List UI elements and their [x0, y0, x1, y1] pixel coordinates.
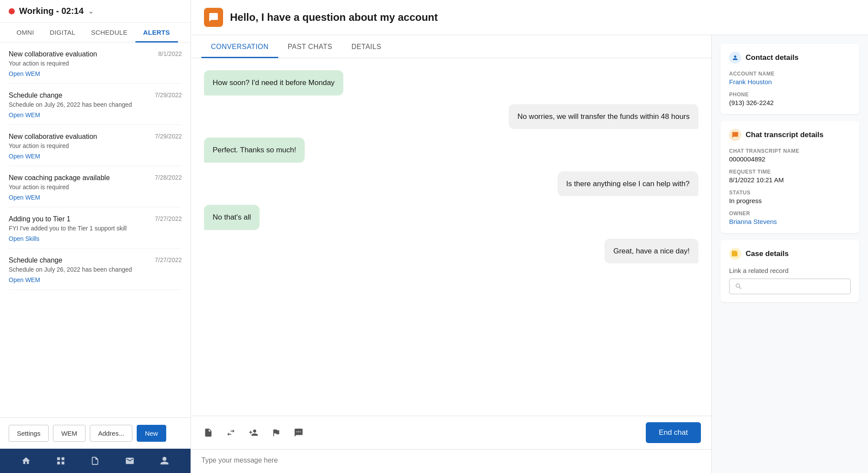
tab-alerts[interactable]: ALERTS: [135, 23, 178, 43]
search-icon: [735, 282, 743, 290]
request-time-field: REQUEST TIME 8/1/2022 10:21 AM: [729, 169, 851, 184]
alert-date: 8/1/2022: [158, 50, 182, 57]
link-record-label: Link a related record: [729, 267, 851, 274]
chat-bubble-icon[interactable]: [292, 426, 306, 440]
contact-details-card: Contact details ACCOUNT NAME Frank Houst…: [720, 44, 859, 114]
case-details-title: Case details: [746, 250, 789, 258]
tab-conversation[interactable]: CONVERSATION: [201, 35, 278, 58]
person-card-icon: [729, 52, 741, 64]
chat-transcript-title: Chat transcript details: [746, 131, 824, 139]
alert-title: Schedule change: [9, 256, 62, 264]
grid-icon[interactable]: [55, 455, 67, 467]
settings-button[interactable]: Settings: [9, 425, 49, 442]
tab-past-chats[interactable]: PAST CHATS: [278, 35, 342, 58]
tab-schedule[interactable]: SCHEDULE: [83, 23, 135, 43]
sidebar-header: Working - 02:14 ⌄: [0, 0, 191, 23]
open-wem-link-1[interactable]: Open WEM: [9, 112, 182, 118]
list-item: New collaborative evaluation 7/29/2022 Y…: [9, 125, 182, 166]
status-badge: In progress: [729, 197, 851, 204]
main-content: Hello, I have a question about my accoun…: [191, 0, 868, 473]
alert-desc: Your action is required: [9, 142, 182, 149]
alert-title: New collaborative evaluation: [9, 50, 97, 58]
account-name-label: ACCOUNT NAME: [729, 71, 851, 77]
open-skills-link[interactable]: Open Skills: [9, 235, 182, 242]
new-button[interactable]: New: [137, 425, 166, 442]
alert-desc: Your action is required: [9, 184, 182, 191]
end-chat-button[interactable]: End chat: [646, 422, 701, 443]
case-search-input[interactable]: [746, 283, 845, 290]
email-icon[interactable]: [124, 455, 136, 467]
case-details-icon: [729, 248, 741, 260]
address-button[interactable]: Addres...: [90, 425, 132, 442]
phone-label: PHONE: [729, 92, 851, 98]
add-person-icon[interactable]: [247, 426, 260, 440]
phone-value: (913) 326-2242: [729, 99, 851, 106]
message-input[interactable]: [201, 457, 701, 464]
document-icon[interactable]: [89, 455, 101, 467]
list-item: Adding you to Tier 1 7/27/2022 FYI I've …: [9, 207, 182, 249]
account-name-value[interactable]: Frank Houston: [729, 78, 851, 85]
transfer-icon[interactable]: [224, 426, 238, 440]
list-item: New coaching package available 7/28/2022…: [9, 166, 182, 207]
alert-date: 7/29/2022: [155, 133, 182, 140]
chat-toolbar: End chat: [191, 416, 711, 449]
chevron-down-icon[interactable]: ⌄: [88, 7, 94, 15]
status-field: STATUS In progress: [729, 190, 851, 204]
chat-header-icon: [204, 8, 223, 27]
case-details-card: Case details Link a related record: [720, 240, 859, 302]
alert-desc: Your action is required: [9, 60, 182, 67]
chat-header: Hello, I have a question about my accoun…: [191, 0, 868, 35]
chat-transcript-icon: [729, 129, 741, 141]
sidebar: Working - 02:14 ⌄ OMNI DIGITAL SCHEDULE …: [0, 0, 191, 473]
transcript-name-label: CHAT TRANSCRIPT NAME: [729, 148, 851, 154]
alert-desc: FYI I've added you to the Tier 1 support…: [9, 225, 182, 232]
message-bubble: Great, have a nice day!: [605, 239, 698, 264]
message-bubble: No worries, we will transfer the funds w…: [509, 104, 698, 129]
alert-desc: Schedule on July 26, 2022 has been chang…: [9, 101, 182, 108]
tab-digital[interactable]: DIGITAL: [42, 23, 83, 43]
list-item: New collaborative evaluation 8/1/2022 Yo…: [9, 43, 182, 84]
account-name-field: ACCOUNT NAME Frank Houston: [729, 71, 851, 85]
sidebar-nav: OMNI DIGITAL SCHEDULE ALERTS: [0, 23, 191, 43]
chat-transcript-header: Chat transcript details: [729, 129, 851, 141]
note-icon[interactable]: [201, 426, 215, 440]
message-bubble: Is there anything else I can help with?: [558, 171, 698, 197]
message-bubble: How soon? I'd need it before Monday: [204, 70, 343, 95]
list-item: Schedule change 7/29/2022 Schedule on Ju…: [9, 84, 182, 125]
alert-desc: Schedule on July 26, 2022 has been chang…: [9, 266, 182, 273]
tab-omni[interactable]: OMNI: [9, 23, 42, 43]
message-bubble: Perfect. Thanks so much!: [204, 138, 305, 163]
open-wem-link-2[interactable]: Open WEM: [9, 153, 182, 160]
alert-title: New collaborative evaluation: [9, 133, 97, 141]
case-search-container: [729, 279, 851, 294]
transcript-name-value: 0000004892: [729, 155, 851, 163]
flag-icon[interactable]: [269, 426, 283, 440]
alert-title: Adding you to Tier 1: [9, 215, 70, 223]
tab-details[interactable]: DETAILS: [342, 35, 391, 58]
phone-field: PHONE (913) 326-2242: [729, 92, 851, 106]
chat-body: CONVERSATION PAST CHATS DETAILS How soon…: [191, 35, 868, 473]
sidebar-footer: Settings WEM Addres... New: [0, 417, 191, 449]
owner-field: OWNER Brianna Stevens: [729, 210, 851, 225]
chat-transcript-card: Chat transcript details CHAT TRANSCRIPT …: [720, 121, 859, 233]
home-icon[interactable]: [20, 455, 32, 467]
contact-details-title: Contact details: [746, 53, 799, 62]
list-item: Schedule change 7/27/2022 Schedule on Ju…: [9, 249, 182, 290]
status-label: STATUS: [729, 190, 851, 196]
request-time-label: REQUEST TIME: [729, 169, 851, 175]
open-wem-link-5[interactable]: Open WEM: [9, 276, 182, 283]
contact-details-header: Contact details: [729, 52, 851, 64]
alert-date: 7/28/2022: [155, 174, 182, 181]
open-wem-link-0[interactable]: Open WEM: [9, 70, 182, 77]
owner-value[interactable]: Brianna Stevens: [729, 218, 851, 225]
message-bubble: No that's all: [204, 205, 260, 230]
right-panel: Contact details ACCOUNT NAME Frank Houst…: [712, 35, 868, 473]
person-icon[interactable]: [158, 455, 171, 467]
transcript-name-field: CHAT TRANSCRIPT NAME 0000004892: [729, 148, 851, 163]
message-input-area: [191, 449, 711, 473]
alerts-list: New collaborative evaluation 8/1/2022 Yo…: [0, 43, 191, 417]
page-title: Hello, I have a question about my accoun…: [230, 11, 438, 23]
open-wem-link-3[interactable]: Open WEM: [9, 194, 182, 201]
wem-button[interactable]: WEM: [53, 425, 85, 442]
conversation-tabs: CONVERSATION PAST CHATS DETAILS: [191, 35, 711, 58]
